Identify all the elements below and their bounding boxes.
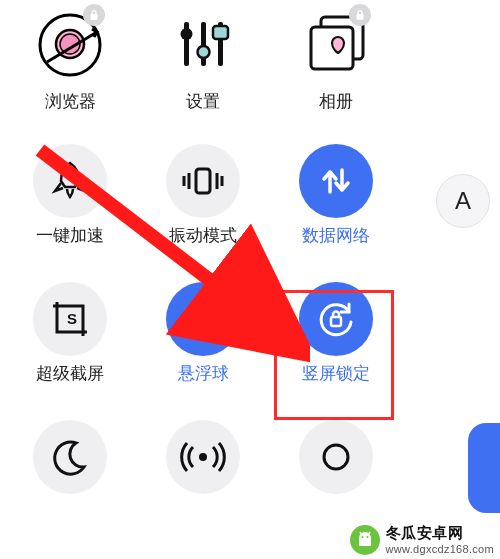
app-label: 设置 — [186, 90, 220, 113]
font-size-button[interactable]: A — [436, 174, 490, 228]
browser-icon — [31, 6, 109, 84]
svg-rect-12 — [357, 14, 364, 20]
rocket-icon — [33, 144, 107, 218]
toggle-float-ball[interactable]: 悬浮球 — [139, 282, 267, 412]
toggle-vibrate[interactable]: 振动模式 — [139, 144, 267, 274]
svg-rect-13 — [196, 169, 210, 193]
svg-rect-5 — [201, 22, 206, 66]
target-icon — [166, 282, 240, 356]
svg-point-19 — [199, 453, 207, 461]
font-size-letter: A — [455, 187, 471, 215]
data-arrows-icon — [299, 144, 373, 218]
screenshot-icon: S — [33, 282, 107, 356]
moon-icon — [33, 420, 107, 494]
toggle-mobile-data[interactable]: 数据网络 — [272, 144, 400, 274]
gallery-icon — [297, 6, 375, 84]
svg-point-23 — [366, 536, 368, 538]
quick-panel-grid: 浏览器 设置 相册 — [0, 0, 500, 550]
toggle-label: 振动模式 — [169, 224, 237, 247]
vibrate-icon — [166, 144, 240, 218]
lock-icon — [83, 4, 105, 26]
watermark-url: www.dgxcdz168.com — [386, 543, 494, 555]
android-icon — [350, 525, 380, 555]
settings-icon — [164, 6, 242, 84]
toggle-label: 一键加速 — [36, 224, 104, 247]
toggle-hotspot[interactable] — [139, 420, 267, 550]
lock-icon — [349, 4, 371, 26]
app-browser[interactable]: 浏览器 — [6, 6, 134, 136]
app-label: 相册 — [319, 90, 353, 113]
tutorial-highlight — [274, 290, 394, 420]
svg-rect-9 — [213, 26, 228, 39]
toggle-label: 超级截屏 — [36, 362, 104, 385]
toggle-label: 数据网络 — [302, 224, 370, 247]
watermark: 冬瓜安卓网 www.dgxcdz168.com — [350, 524, 494, 555]
svg-point-20 — [324, 445, 348, 469]
side-handle[interactable] — [468, 423, 500, 513]
toggle-night-mode[interactable] — [6, 420, 134, 550]
svg-rect-2 — [91, 14, 98, 20]
svg-point-22 — [361, 536, 363, 538]
svg-point-4 — [181, 28, 193, 40]
app-settings[interactable]: 设置 — [139, 6, 267, 136]
generic-toggle-icon — [299, 420, 373, 494]
toggle-speedup[interactable]: 一键加速 — [6, 144, 134, 274]
svg-point-17 — [201, 317, 206, 322]
svg-rect-11 — [311, 27, 353, 69]
app-label: 浏览器 — [45, 90, 96, 113]
svg-text:S: S — [67, 310, 77, 327]
hotspot-icon — [166, 420, 240, 494]
right-sidebar: A — [426, 160, 500, 228]
watermark-title: 冬瓜安卓网 — [386, 524, 494, 543]
app-gallery[interactable]: 相册 — [272, 6, 400, 136]
toggle-label: 悬浮球 — [178, 362, 229, 385]
toggle-super-screenshot[interactable]: S 超级截屏 — [6, 282, 134, 412]
